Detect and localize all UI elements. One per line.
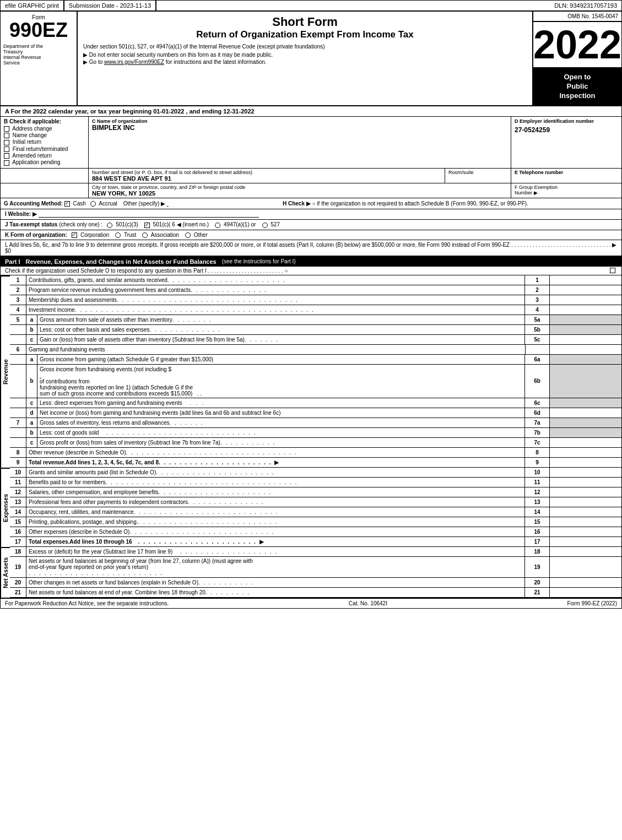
row-6b-value [550,365,621,398]
row-6a: a Gross income from gaming (attach Sched… [10,355,621,365]
row-15-ref: 15 [525,517,550,527]
row-3: 3 Membership dues and assessments . . . … [10,295,621,305]
row-7a-sub: a [26,418,37,427]
ghi-row: G Accounting Method: Cash Accrual Other … [1,198,621,209]
row-4: 4 Investment income . . . . . . . . . . … [10,305,621,315]
row-2-ref: 2 [525,285,550,295]
open-text3: Inspection [537,91,618,101]
row-5c-sub: c [26,335,37,344]
row-20-label: Other changes in net assets or fund bala… [26,578,525,587]
row-21-value [550,588,621,597]
footer-paperwork: For Paperwork Reduction Act Notice, see … [5,600,169,606]
row-20-value [550,578,621,587]
row-18-label: Excess or (deficit) for the year (Subtra… [26,547,525,556]
f-label-text: F Group Exemption [515,185,558,190]
row-19: 19 Net assets or fund balances at beginn… [10,557,621,578]
row-12-label: Salaries, other compensation, and employ… [26,487,525,497]
row-1-label: Contributions, gifts, grants, and simila… [26,275,525,285]
row-17-num: 17 [10,537,26,546]
row-18-value [550,547,621,556]
k-trust-radio[interactable] [115,232,121,238]
row-4-num: 4 [10,305,26,315]
row-4-ref: 4 [525,305,550,315]
i-label: I Website: ▶ [5,211,37,217]
top-bar: efile GRAPHIC print Submission Date - 20… [1,1,621,12]
j-4947-label: 4947(a)(1) or [224,221,256,227]
row-14-num: 14 [10,507,26,517]
row-18-num: 18 [10,547,26,556]
amended-return-row: Amended return [4,153,85,159]
row-7c: c Gross profit or (loss) from sales of i… [10,438,621,448]
row-13-label: Professional fees and other payments to … [26,497,525,507]
tax-exempt-row: J Tax-exempt status (check only one) : 5… [1,220,621,230]
right-header: OMB No. 1545-0047 2022 Open to Public In… [533,12,621,105]
row-19-label: Net assets or fund balances at beginning… [26,557,525,577]
j-501c6-label: 501(c)( 6 ◀ (insert no.) [153,221,209,227]
year-block: 2022 [533,22,621,68]
row-9-num: 9 [10,458,26,467]
amended-return-checkbox[interactable] [4,153,9,159]
group-exemption-col: F Group Exemption Number ▶ [511,183,621,198]
l-text: L Add lines 5b, 6c, and 7b to line 9 to … [5,242,616,254]
row-3-value [550,295,621,305]
instruction1: Under section 501(c), 527, or 4947(a)(1)… [83,44,527,50]
row-6a-sub: a [26,355,37,364]
k-assoc-radio[interactable] [142,232,148,238]
row-16-num: 16 [10,527,26,536]
revenue-section: Revenue 1 Contributions, gifts, grants, … [1,275,621,468]
row-9-value [550,458,621,467]
k-corp-label: Corporation [80,232,109,238]
row-6d-num [10,408,26,418]
room-label: Room/suite [448,170,507,175]
part-i-label: Part I [5,258,20,265]
row-21-num: 21 [10,588,26,597]
cash-checkbox[interactable] [64,201,70,207]
row-11-num: 11 [10,478,26,487]
row-5b: b Less: cost or other basis and sales ex… [10,325,621,335]
row-6d-label: Net income or (loss) from gaming and fun… [37,408,525,418]
j-501c3-radio[interactable] [107,223,112,228]
accrual-radio[interactable] [90,201,96,207]
final-return-row: Final return/terminated [4,146,85,152]
final-return-checkbox[interactable] [4,147,9,152]
application-pending-checkbox[interactable] [4,160,9,166]
omb-block: OMB No. 1545-0047 [533,12,621,22]
part-i-check-box[interactable] [610,268,615,273]
row-8-num: 8 [10,448,26,457]
street-label: Number and street (or P. O. box, if mail… [92,170,441,175]
row-5-num: 5 [10,315,26,324]
row-12-ref: 12 [525,487,550,497]
row-5b-ref: 5b [525,325,550,334]
k-corp-checkbox[interactable] [72,232,77,238]
row-6d-value [550,408,621,418]
row-5b-num [10,325,26,334]
city-label: City or town, state or province, country… [92,185,507,190]
row-6-ref [525,345,550,354]
row-7c-ref: 7c [525,438,550,447]
k-other-radio[interactable] [185,232,191,238]
name-change-label: Name change [13,132,47,138]
efile-label: efile GRAPHIC print [1,1,64,10]
row-2-value [550,285,621,295]
j-527-radio[interactable] [262,223,268,228]
j-501c6-checkbox[interactable] [144,223,150,228]
other-label: Other (specify) ▶ [123,200,165,207]
revenue-side-label: Revenue [1,275,10,468]
row-5a-label: Gross amount from sale of assets other t… [37,315,525,324]
row-14-value [550,507,621,517]
open-text1: Open to [537,73,618,82]
name-change-checkbox[interactable] [4,133,9,138]
row-11-ref: 11 [525,478,550,487]
row-17: 17 Total expenses. Add lines 10 through … [10,537,621,547]
open-inspection-block: Open to Public Inspection [533,68,621,105]
row-7b-sub: b [26,428,37,437]
expenses-side-label: Expenses [1,468,10,547]
initial-return-checkbox[interactable] [4,140,9,145]
employer-id-col: D Employer identification number 27-0524… [511,117,621,168]
row-9-ref: 9 [525,458,550,467]
row-8-label: Other revenue (describe in Schedule O) .… [26,448,525,457]
instruction-goto: ▶ Go to www.irs.gov/Form990EZ for instru… [83,59,527,65]
j-4947-radio[interactable] [215,223,220,228]
row-16-label: Other expenses (describe in Schedule O) … [26,527,525,536]
address-change-checkbox[interactable] [4,126,9,132]
